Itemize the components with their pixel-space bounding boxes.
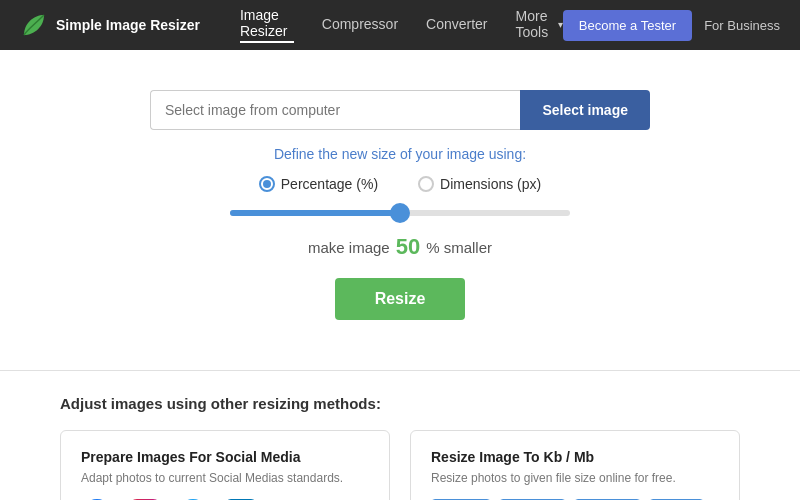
bottom-section: Adjust images using other resizing metho… — [0, 371, 800, 500]
nav-link-image-resizer[interactable]: Image Resizer — [240, 7, 294, 43]
social-card-title: Prepare Images For Social Media — [81, 449, 369, 465]
file-input[interactable] — [150, 90, 520, 130]
nav-link-more-tools[interactable]: More Tools — [516, 8, 563, 42]
upload-row: Select image — [150, 90, 650, 130]
slider-thumb[interactable] — [390, 203, 410, 223]
become-tester-button[interactable]: Become a Tester — [563, 10, 692, 41]
radio-percentage[interactable]: Percentage (%) — [259, 176, 378, 192]
bottom-section-title: Adjust images using other resizing metho… — [60, 395, 740, 412]
main-content: Select image Define the new size of your… — [0, 50, 800, 320]
nav-links: Image Resizer Compressor Converter More … — [240, 7, 563, 43]
kb-mb-card: Resize Image To Kb / Mb Resize photos to… — [410, 430, 740, 500]
radio-percentage-label: Percentage (%) — [281, 176, 378, 192]
resize-button[interactable]: Resize — [335, 278, 466, 320]
make-image-suffix: % smaller — [426, 239, 492, 256]
define-size-text: Define the new size of your image using: — [274, 146, 526, 162]
bottom-cards: Prepare Images For Social Media Adapt ph… — [60, 430, 740, 500]
radio-dimensions-label: Dimensions (px) — [440, 176, 541, 192]
make-image-prefix: make image — [308, 239, 390, 256]
radio-row: Percentage (%) Dimensions (px) — [259, 176, 541, 192]
logo: Simple Image Resizer — [20, 11, 200, 39]
radio-circle-dimensions — [418, 176, 434, 192]
logo-text: Simple Image Resizer — [56, 17, 200, 33]
slider-container — [230, 210, 570, 216]
nav-link-converter[interactable]: Converter — [426, 16, 487, 34]
kb-card-title: Resize Image To Kb / Mb — [431, 449, 719, 465]
social-card-desc: Adapt photos to current Social Medias st… — [81, 471, 369, 485]
navbar: Simple Image Resizer Image Resizer Compr… — [0, 0, 800, 50]
make-image-row: make image 50 % smaller — [308, 234, 492, 260]
for-business-button[interactable]: For Business — [704, 18, 780, 33]
percent-value: 50 — [396, 234, 420, 260]
select-image-button[interactable]: Select image — [520, 90, 650, 130]
slider-fill — [230, 210, 400, 216]
nav-link-compressor[interactable]: Compressor — [322, 16, 398, 34]
logo-icon — [20, 11, 48, 39]
slider-track — [230, 210, 570, 216]
radio-dimensions[interactable]: Dimensions (px) — [418, 176, 541, 192]
radio-circle-percentage — [259, 176, 275, 192]
social-media-card: Prepare Images For Social Media Adapt ph… — [60, 430, 390, 500]
nav-actions: Become a Tester For Business — [563, 10, 780, 41]
kb-card-desc: Resize photos to given file size online … — [431, 471, 719, 485]
